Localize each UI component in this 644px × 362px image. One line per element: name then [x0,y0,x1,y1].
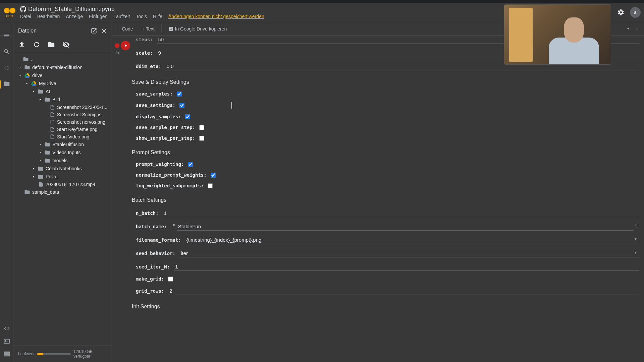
save-sample-per-step-checkbox[interactable] [199,125,204,130]
n-batch-input[interactable] [162,209,639,217]
file-tree: .. deforum-stable-diffusion drive MyDriv… [13,53,112,346]
tree-folder[interactable]: Bild [13,96,112,104]
new-window-icon[interactable] [91,27,97,34]
toggle-hidden-icon[interactable] [62,41,70,48]
collapse-icon [25,81,29,85]
menu-help[interactable]: Hilfe [153,14,162,19]
add-text-button[interactable]: + Text [140,25,157,33]
save-settings-checkbox[interactable] [179,103,184,108]
tree-file[interactable]: Start Keyframe.png [13,126,112,133]
mount-drive-icon[interactable] [48,41,55,48]
menu-runtime[interactable]: Laufzeit [113,14,130,19]
param-label: seed_iter_N: [136,264,170,269]
seed-behavior-select[interactable] [179,249,639,257]
drive-icon [168,26,174,32]
colab-logo[interactable]: PRO [3,6,16,19]
filename-format-select[interactable] [185,236,639,244]
add-code-button[interactable]: + Code [116,25,135,33]
save-warning[interactable]: Änderungen können nicht gespeichert werd… [168,14,264,19]
tree-folder[interactable]: StableDiffusion [13,140,112,148]
folder-icon [38,88,44,95]
param-label: show_sample_per_step: [136,135,195,141]
menu-edit[interactable]: Bearbeiten [37,14,60,19]
avatar[interactable]: a [630,7,641,18]
tree-file[interactable]: Screenshot 2023-05-1... [13,104,112,111]
normalize-prompt-weights-checkbox[interactable] [211,173,216,178]
files-tab[interactable] [0,80,10,88]
text-cursor [231,102,232,109]
param-label: n_batch: [136,210,158,216]
param-label: batch_name: [136,224,167,229]
prompt-weighting-checkbox[interactable] [188,162,193,167]
section-header: Batch Settings [132,197,639,203]
search-icon[interactable] [3,48,10,55]
quote-open: " [171,224,177,230]
close-icon[interactable] [101,27,107,34]
tree-file[interactable]: Screenshot nervös.png [13,118,112,126]
toc-icon[interactable] [3,32,10,39]
param-label: steps: [136,37,153,42]
upload-icon[interactable] [18,41,25,48]
svg-text:{x}: {x} [4,65,9,70]
chevron-up-icon[interactable] [635,26,639,31]
folder-icon [23,56,29,62]
param-label: seed_behavior: [136,251,175,256]
show-sample-per-step-checkbox[interactable] [199,136,204,141]
menu-insert[interactable]: Einfügen [89,14,107,19]
expand-icon [32,167,36,171]
expand-icon [18,190,22,194]
chevron-down-icon[interactable] [626,26,631,31]
terminal-icon[interactable] [3,338,10,345]
command-palette-icon[interactable] [3,351,10,357]
param-label: ddim_eta: [136,64,161,69]
github-icon [20,6,26,12]
file-icon [50,105,55,110]
tree-folder[interactable]: deforum-stable-diffusion [13,63,112,71]
log-weighted-subprompts-checkbox[interactable] [208,183,213,188]
seed-iter-n-input[interactable] [174,263,639,271]
display-samples-checkbox[interactable] [185,114,190,119]
code-snippets-icon[interactable] [3,325,10,332]
expand-icon [38,150,42,155]
tree-folder[interactable]: AI [13,87,112,96]
file-icon [38,182,44,187]
make-grid-checkbox[interactable] [168,277,173,282]
tree-folder[interactable]: Videos Inputs [13,148,112,157]
tree-file[interactable]: Screenshot Schnipps... [13,111,112,118]
expand-icon [38,159,42,163]
param-label: normalize_prompt_weights: [136,172,207,178]
refresh-icon[interactable] [33,41,40,48]
collapse-icon [38,98,42,102]
menu-file[interactable]: Datei [20,14,31,19]
drive-icon [24,72,30,78]
menu-tools[interactable]: Tools [136,14,147,19]
tree-folder[interactable]: MyDrive [13,79,112,87]
grid-rows-input[interactable] [168,287,639,295]
notebook-content: steps: scale: ddim_eta: Save & Display S… [112,36,644,362]
file-icon [50,134,55,139]
param-label: save_sample_per_step: [136,125,195,130]
tree-folder[interactable]: Privat [13,173,112,181]
svg-rect-1 [4,352,9,353]
folder-icon [24,64,30,70]
batch-name-input[interactable] [177,223,634,231]
save-samples-checkbox[interactable] [177,92,182,97]
tree-folder[interactable]: drive [13,71,112,79]
tree-parent[interactable]: .. [13,55,112,63]
left-rail: {x} [0,22,13,362]
webcam-overlay [504,4,611,65]
param-label: grid_rows: [136,288,164,294]
collapse-icon [32,89,36,94]
folder-icon [38,174,44,180]
tree-folder[interactable]: models [13,157,112,165]
variables-icon[interactable]: {x} [3,64,10,71]
menu-view[interactable]: Anzeige [66,14,83,19]
tree-folder[interactable]: sample_data [13,188,112,196]
tree-file[interactable]: 20230518_170723.mp4 [13,181,112,188]
tree-folder[interactable]: Colab Notebooks [13,165,112,173]
expand-icon [32,175,36,179]
gear-icon[interactable] [617,9,625,16]
copy-to-drive-button[interactable]: In Google Drive kopieren [166,25,229,33]
tree-file[interactable]: Start Video.png [13,133,112,140]
expand-icon [18,65,22,69]
